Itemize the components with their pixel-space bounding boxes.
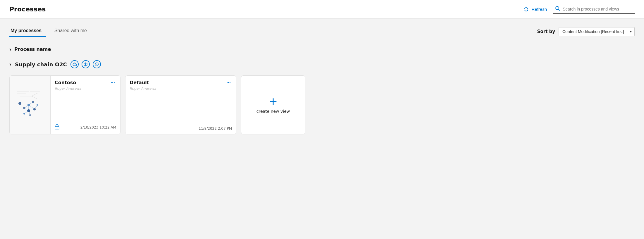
card-footer-default: 11/8/2022 2:07 PM xyxy=(130,124,232,131)
process-name-section-header[interactable]: ▾ Process name xyxy=(9,44,635,54)
sort-wrapper: Content Modification [Recent first] Name… xyxy=(559,27,635,36)
header-actions: Refresh xyxy=(520,4,635,15)
card-author-default: Roger Andrews xyxy=(130,86,232,91)
svg-point-29 xyxy=(57,128,58,129)
refresh-icon xyxy=(523,6,529,12)
process-name-label: Process name xyxy=(14,46,51,52)
cloud-icon[interactable] xyxy=(70,60,79,68)
card-header-contoso: Contoso ··· xyxy=(55,80,116,85)
card-contoso: Contoso ··· Roger Andrews 2/10/2023 10:2… xyxy=(9,75,120,134)
card-name-default: Default xyxy=(130,80,149,85)
card-create-new-view[interactable]: + create new view xyxy=(241,75,305,134)
tabs-bar: My processes Shared with me Sort by Cont… xyxy=(9,26,635,37)
info-icon[interactable]: i xyxy=(93,60,101,68)
create-new-view-label: create new view xyxy=(256,109,290,114)
supply-chain-title: Supply chain O2C xyxy=(15,61,67,67)
search-container[interactable] xyxy=(553,5,635,14)
tab-shared-with-me[interactable]: Shared with me xyxy=(53,26,92,37)
supply-chain-section-header[interactable]: ▾ Supply chain O2C i xyxy=(9,58,635,71)
chevron-down-icon: ▾ xyxy=(9,47,11,52)
card-preview-contoso xyxy=(10,76,51,134)
main-content: My processes Shared with me Sort by Cont… xyxy=(0,19,644,141)
card-footer-contoso: 2/10/2023 10:22 AM xyxy=(55,122,116,131)
refresh-label: Refresh xyxy=(531,7,547,12)
card-header-default: Default ··· xyxy=(130,80,232,85)
chevron-down-icon: ▾ xyxy=(9,62,11,67)
card-name-contoso: Contoso xyxy=(55,80,76,85)
sort-label: Sort by xyxy=(537,29,555,34)
search-input[interactable] xyxy=(563,7,632,11)
page-title: Processes xyxy=(9,6,46,13)
lock-icon-contoso xyxy=(55,124,59,131)
supply-chain-icons: i xyxy=(70,60,101,68)
cards-grid: Contoso ··· Roger Andrews 2/10/2023 10:2… xyxy=(9,75,635,134)
sort-select[interactable]: Content Modification [Recent first] Name… xyxy=(559,27,635,36)
tab-list: My processes Shared with me xyxy=(9,26,99,37)
card-date-default: 11/8/2022 2:07 PM xyxy=(199,127,232,131)
card-content-contoso: Contoso ··· Roger Andrews 2/10/2023 10:2… xyxy=(51,76,120,134)
cube-icon[interactable] xyxy=(82,60,90,68)
search-icon xyxy=(555,6,560,12)
card-default: Default ··· Roger Andrews 11/8/2022 2:07… xyxy=(125,75,236,134)
refresh-button[interactable]: Refresh xyxy=(520,4,550,15)
card-more-button-default[interactable]: ··· xyxy=(225,80,232,85)
card-content-default: Default ··· Roger Andrews 11/8/2022 2:07… xyxy=(125,76,236,134)
card-more-button-contoso[interactable]: ··· xyxy=(109,80,116,85)
sort-container: Sort by Content Modification [Recent fir… xyxy=(537,27,635,36)
svg-text:i: i xyxy=(97,63,97,66)
card-author-contoso: Roger Andrews xyxy=(55,86,116,91)
tab-my-processes[interactable]: My processes xyxy=(9,26,46,37)
plus-icon: + xyxy=(269,96,278,107)
card-date-contoso: 2/10/2023 10:22 AM xyxy=(80,125,116,129)
app-header: Processes Refresh xyxy=(0,0,644,19)
svg-line-1 xyxy=(559,9,560,11)
